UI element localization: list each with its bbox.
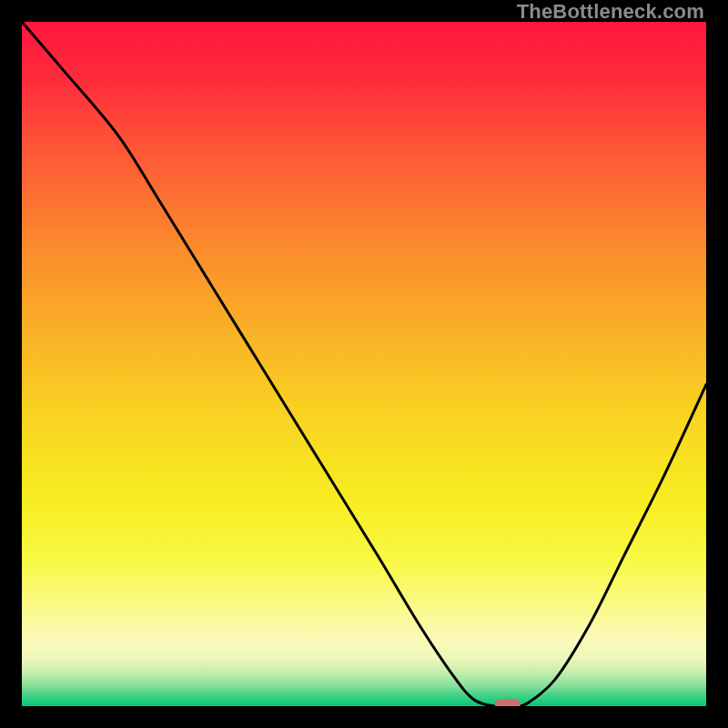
chart-svg xyxy=(22,22,706,706)
chart-frame xyxy=(22,22,706,706)
gradient-background xyxy=(22,22,706,706)
highlight-marker xyxy=(495,699,521,706)
watermark-text: TheBottleneck.com xyxy=(517,0,704,24)
